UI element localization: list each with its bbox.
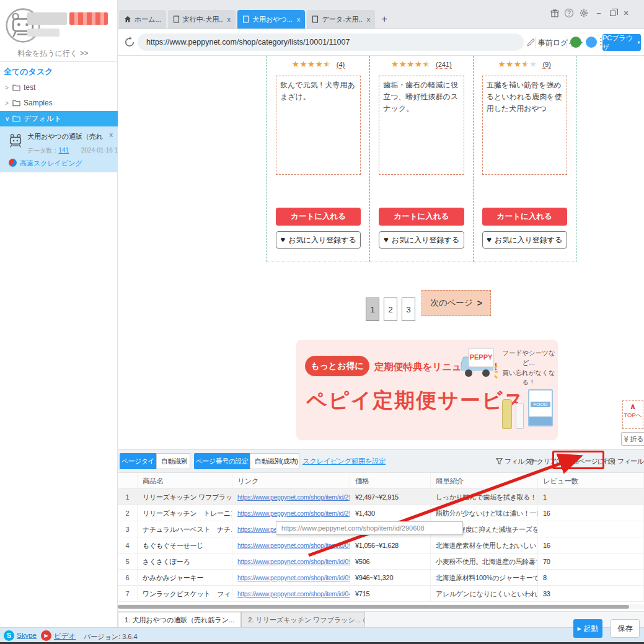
product-link[interactable]: https://www.peppynet.com/shop/item/id/29… bbox=[237, 493, 350, 501]
selected-task-card[interactable]: 犬用おやつの通販（売れ筋ランキング・商... x データ数：141 2024-0… bbox=[0, 126, 118, 172]
column-header[interactable]: 簡単紹介 bbox=[431, 473, 538, 488]
column-header[interactable]: 価格 bbox=[350, 473, 431, 488]
browser-tab[interactable]: 犬用おやつ... x bbox=[237, 10, 305, 29]
product-link[interactable]: https://www.peppynet.com/shop/item/id/29… bbox=[237, 509, 350, 517]
product-link[interactable]: https://www.peppynet.com/shop/item/id/04… bbox=[237, 590, 350, 598]
cell-review-count[interactable]: 16 bbox=[538, 505, 644, 521]
product-link[interactable]: https://www.peppynet.com/shop/item/id/09… bbox=[237, 558, 350, 565]
tab-close-icon[interactable]: x bbox=[367, 15, 371, 23]
column-header[interactable]: リンク bbox=[232, 473, 350, 488]
browser-tab[interactable]: データ-犬用.. x bbox=[307, 10, 375, 29]
product-description[interactable]: 五臓を補い筋骨を強めるといわれる鹿肉を使用した犬用おやつ bbox=[482, 76, 567, 175]
boost-scraping-row[interactable]: 高速スクレイピング bbox=[9, 159, 82, 168]
set-scraping-range-link[interactable]: スクレイピング範囲を設定 bbox=[302, 457, 386, 466]
video-link[interactable]: ビデオ bbox=[54, 632, 76, 641]
pay-fee-link[interactable]: 料金を払うに行く >> bbox=[17, 48, 88, 59]
tab-close-circle-icon[interactable]: × bbox=[363, 617, 365, 624]
settings-gear-icon[interactable] bbox=[578, 7, 589, 19]
restore-button[interactable] bbox=[607, 7, 618, 19]
product-link[interactable]: https://www.peppynet.com/shop/item/id/09… bbox=[237, 574, 350, 581]
cell-review-count[interactable]: 33 bbox=[538, 586, 644, 601]
page-number-button[interactable]: 3 bbox=[402, 298, 415, 321]
table-row[interactable]: 2 リリーズキッチン トレーニングトリーツ https://www.peppyn… bbox=[118, 505, 644, 521]
table-row[interactable]: 6 かみかみジャーキー https://www.peppynet.com/sho… bbox=[118, 570, 644, 586]
blue-profile-icon[interactable] bbox=[586, 37, 597, 48]
cell-price[interactable]: ¥946~¥1,320 bbox=[350, 570, 431, 585]
close-button[interactable]: × bbox=[620, 7, 632, 19]
review-count-link[interactable]: (9) bbox=[542, 61, 550, 69]
browser-tab[interactable]: 実行中-犬用.. x bbox=[168, 10, 236, 29]
run-button[interactable]: ▶ 起動 bbox=[573, 619, 602, 638]
clear-button[interactable]: クリア bbox=[528, 457, 557, 466]
cell-product-name[interactable]: リリーズキッチン ワフブラッシュデンタルチュー bbox=[138, 489, 232, 505]
cell-intro[interactable]: 北海道原材料100%のジャーキーです。無添加で素材... bbox=[431, 570, 538, 585]
cell-review-count[interactable] bbox=[538, 521, 644, 537]
cell-price[interactable]: ¥715 bbox=[350, 586, 431, 601]
page-number-button[interactable]: 1 bbox=[366, 298, 379, 321]
table-row[interactable]: 7 ワンラックビスケット フィッシュ&ポテト https://www.peppy… bbox=[118, 586, 644, 602]
cell-review-count[interactable]: 8 bbox=[538, 570, 644, 585]
add-to-cart-button[interactable]: カートに入れる bbox=[276, 208, 361, 226]
cell-intro[interactable]: 小麦粉不使用。北海道産の馬鈴薯でんぷん、さつまい... bbox=[431, 554, 538, 569]
help-icon[interactable]: ? bbox=[565, 9, 573, 17]
browser-tab[interactable]: ホーム... bbox=[119, 10, 166, 29]
review-count-link[interactable]: (241) bbox=[436, 61, 452, 69]
table-row[interactable]: 5 さくさくぼーろ https://www.peppynet.com/shop/… bbox=[118, 554, 644, 570]
chevron-icon[interactable]: ∨ bbox=[5, 111, 9, 126]
cell-review-count[interactable]: 16 bbox=[538, 537, 644, 553]
next-page-button[interactable]: 次のページ > bbox=[421, 290, 491, 316]
favorite-button[interactable]: ♥お気に入り登録する bbox=[379, 231, 464, 249]
cell-price[interactable]: ¥2,497~¥2,915 bbox=[350, 489, 431, 505]
task-close-icon[interactable]: x bbox=[110, 131, 113, 138]
add-to-cart-button[interactable]: カートに入れる bbox=[482, 208, 567, 226]
sidebar-folder-item[interactable]: ∨ デフォルト bbox=[0, 111, 118, 126]
cell-price[interactable]: ¥506 bbox=[350, 554, 431, 569]
column-header[interactable]: レビュー数 bbox=[538, 473, 644, 488]
cell-review-count[interactable]: 70 bbox=[538, 554, 644, 569]
sidebar-folder-item[interactable]: > test bbox=[0, 80, 118, 95]
url-input[interactable]: https://www.peppynet.com/shop/category/l… bbox=[138, 33, 524, 51]
cell-product-name[interactable]: もぐもぐそーせーじ bbox=[138, 537, 232, 553]
page-number-button[interactable]: 2 bbox=[384, 298, 397, 321]
add-field-button[interactable]: フィールドを追加 bbox=[608, 457, 644, 466]
workflow-tab[interactable]: 1. 犬用おやつの通販（売れ筋ラン... bbox=[118, 612, 241, 628]
cell-product-name[interactable]: リリーズキッチン トレーニングトリーツ bbox=[138, 505, 232, 521]
cell-product-name[interactable]: さくさくぼーろ bbox=[138, 554, 232, 569]
favorite-button[interactable]: ♥お気に入り登録する bbox=[482, 231, 567, 249]
cell-price[interactable]: ¥1,430 bbox=[350, 505, 431, 521]
cell-review-count[interactable]: 1 bbox=[538, 489, 644, 505]
workflow-tab[interactable]: 2. リリーズキッチン ワフブラッシ...× bbox=[241, 612, 365, 628]
horizontal-scrollbar[interactable] bbox=[118, 604, 644, 609]
skype-icon[interactable]: S bbox=[4, 630, 14, 641]
cell-product-name[interactable]: かみかみジャーキー bbox=[138, 570, 232, 585]
cell-intro[interactable]: アレルゲンになりにくいといわれる魚とポテトを使用... bbox=[431, 586, 538, 601]
scroll-to-top-button[interactable]: ∧ TOPへ bbox=[622, 400, 643, 429]
tab-close-icon[interactable]: x bbox=[227, 15, 231, 23]
video-icon[interactable]: ▶ bbox=[41, 630, 51, 641]
page-type-select[interactable]: 自動識別▼ bbox=[156, 453, 190, 469]
promo-banner[interactable]: もっとお得に 定期便特典をリニューアル！ PEPPY フードやシーツなど… 買い… bbox=[296, 340, 558, 440]
collapse-panel-button[interactable]: ≫ 折る bbox=[621, 432, 644, 446]
add-to-cart-button[interactable]: カートに入れる bbox=[379, 208, 464, 226]
browser-mode-dropdown[interactable]: PCブラウザ ▼ bbox=[602, 34, 641, 51]
product-description[interactable]: 飲んで元気！犬専用あまざけ。 bbox=[276, 76, 361, 175]
table-row[interactable]: 1 リリーズキッチン ワフブラッシュデンタルチュー https://www.pe… bbox=[118, 489, 644, 505]
refresh-icon[interactable] bbox=[124, 37, 135, 48]
cell-price[interactable]: ¥1,056~¥1,628 bbox=[350, 537, 431, 553]
new-tab-button[interactable]: + bbox=[377, 10, 392, 29]
product-link[interactable]: https://www.peppynet.com/shop/item/id/09… bbox=[237, 542, 350, 549]
green-profile-icon[interactable] bbox=[570, 37, 581, 48]
chevron-icon[interactable]: > bbox=[5, 80, 9, 95]
favorite-button[interactable]: ♥お気に入り登録する bbox=[276, 231, 361, 249]
chevron-icon[interactable]: > bbox=[5, 95, 9, 111]
gift-icon[interactable] bbox=[549, 7, 560, 19]
minimize-button[interactable]: − bbox=[593, 7, 604, 19]
cell-intro[interactable]: 脂肪分が少ないけど味は濃い！一口サイズのナチュラ... bbox=[431, 505, 538, 521]
product-description[interactable]: 歯垢・歯石の軽減に役立つ、嗜好性抜群のスナック。 bbox=[379, 76, 464, 175]
column-header[interactable]: 商品名 bbox=[138, 473, 232, 488]
cell-intro[interactable]: 北海道産素材を使用したおいしいソーセージ、やわら... bbox=[431, 537, 538, 553]
cell-intro[interactable]: しっかり噛んで歯垢を拭き取る！天然成分のデンタル... bbox=[431, 489, 538, 505]
cell-product-name[interactable]: ナチュラルハーベスト ナチュラルキュービックチー... bbox=[138, 521, 232, 537]
edit-pencil-icon[interactable] bbox=[527, 38, 536, 46]
table-row[interactable]: 4 もぐもぐそーせーじ https://www.peppynet.com/sho… bbox=[118, 537, 644, 554]
